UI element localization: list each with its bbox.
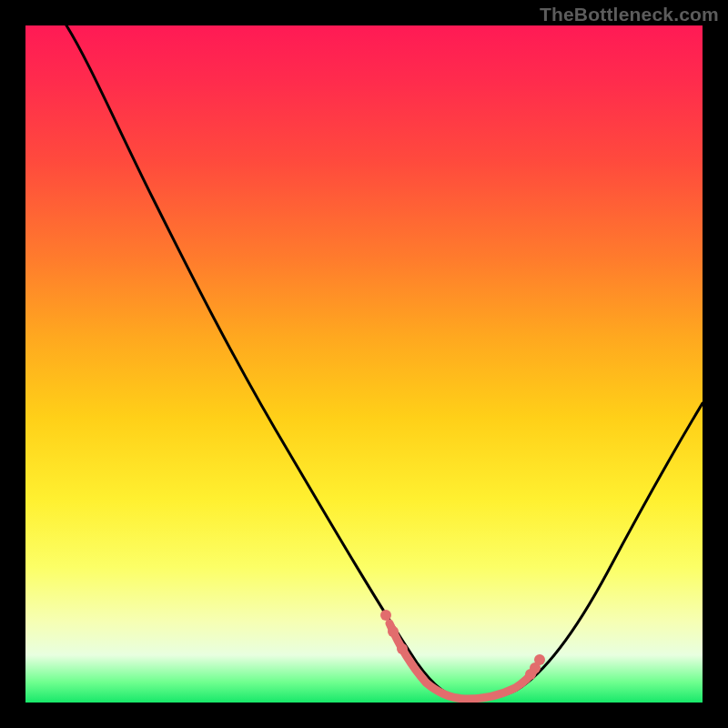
bottleneck-curve-path: [66, 25, 703, 700]
highlight-dot: [380, 610, 391, 621]
chart-frame: TheBottleneck.com: [0, 0, 728, 728]
watermark-text: TheBottleneck.com: [540, 4, 719, 25]
plot-svg: [25, 25, 703, 703]
highlight-segment: [389, 623, 536, 699]
plot-area: [25, 25, 703, 703]
highlight-dot: [388, 626, 399, 637]
highlight-dot: [534, 654, 545, 665]
highlight-dot: [397, 643, 408, 654]
